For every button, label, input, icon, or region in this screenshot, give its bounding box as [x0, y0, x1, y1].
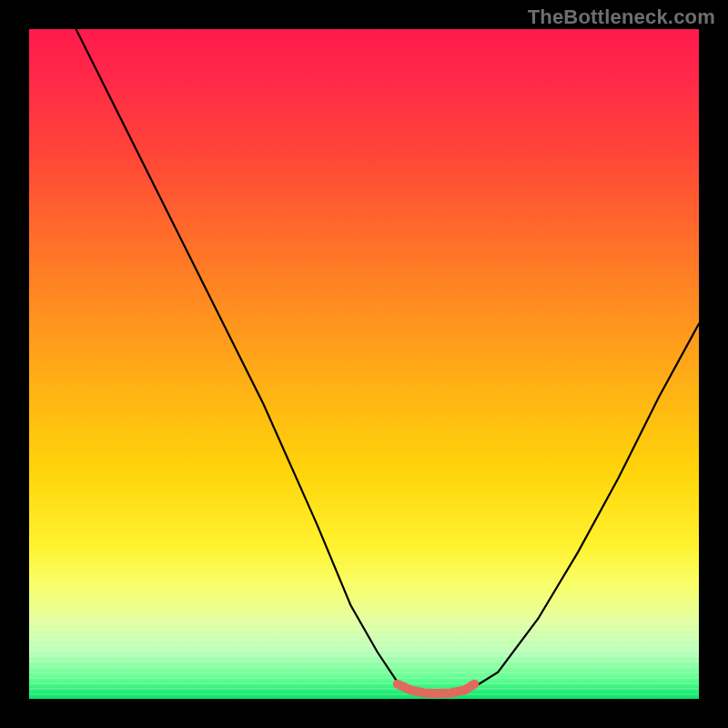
curve-right-branch: [471, 324, 699, 689]
curve-left-branch: [76, 29, 411, 689]
curve-basin-marker: [398, 684, 475, 693]
plot-area: [29, 29, 699, 699]
watermark-text: TheBottleneck.com: [528, 5, 715, 29]
chart-frame: TheBottleneck.com: [0, 0, 728, 728]
chart-curves: [29, 29, 699, 699]
